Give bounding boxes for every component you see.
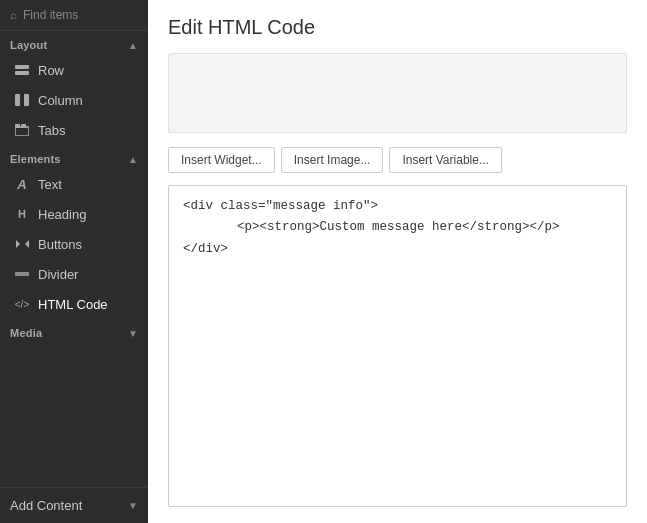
divider-icon [14, 266, 30, 282]
svg-rect-3 [24, 94, 29, 106]
sidebar-item-html-code-label: HTML Code [38, 297, 108, 312]
sidebar-item-row[interactable]: Row [0, 55, 148, 85]
svg-rect-0 [15, 65, 29, 69]
sidebar-item-text-label: Text [38, 177, 62, 192]
code-line-1: <div class="message info"> [183, 196, 612, 217]
code-editor[interactable]: <div class="message info"> <p><strong>Cu… [168, 185, 627, 507]
sidebar-item-divider-label: Divider [38, 267, 78, 282]
code-line-2: <p><strong>Custom message here</strong><… [183, 217, 612, 238]
add-content-button[interactable]: Add Content ▼ [0, 488, 148, 523]
sidebar-item-row-label: Row [38, 63, 64, 78]
sidebar-item-column[interactable]: Column [0, 85, 148, 115]
code-line-3: </div> [183, 239, 612, 260]
svg-rect-1 [15, 71, 29, 75]
sidebar-item-heading[interactable]: H Heading [0, 199, 148, 229]
search-icon: ⌕ [10, 8, 17, 22]
svg-marker-7 [16, 240, 20, 248]
svg-rect-5 [15, 124, 20, 128]
buttons-icon [14, 236, 30, 252]
sidebar-bottom: Add Content ▼ [0, 487, 148, 523]
add-content-label: Add Content [10, 498, 82, 513]
svg-rect-6 [21, 124, 26, 128]
svg-rect-4 [15, 127, 29, 136]
sidebar-item-html-code[interactable]: </> HTML Code [0, 289, 148, 319]
tabs-icon [14, 122, 30, 138]
sidebar-item-heading-label: Heading [38, 207, 86, 222]
sidebar-section-media-label: Media [10, 327, 42, 339]
toolbar-row: Insert Widget... Insert Image... Insert … [168, 147, 627, 173]
chevron-up-icon-elements: ▲ [128, 154, 138, 165]
main-content: Edit HTML Code Insert Widget... Insert I… [148, 0, 647, 523]
heading-icon: H [14, 206, 30, 222]
preview-area [168, 53, 627, 133]
insert-widget-button[interactable]: Insert Widget... [168, 147, 275, 173]
svg-rect-2 [15, 94, 20, 106]
page-title: Edit HTML Code [168, 16, 627, 39]
sidebar-section-layout-label: Layout [10, 39, 47, 51]
chevron-up-icon: ▲ [128, 40, 138, 51]
search-input[interactable] [23, 8, 138, 22]
sidebar-search-container: ⌕ [0, 0, 148, 31]
sidebar: ⌕ Layout ▲ Row Column [0, 0, 148, 523]
sidebar-section-media[interactable]: Media ▼ [0, 319, 148, 343]
chevron-down-icon-media: ▼ [128, 328, 138, 339]
sidebar-item-text[interactable]: A Text [0, 169, 148, 199]
sidebar-item-divider[interactable]: Divider [0, 259, 148, 289]
sidebar-item-buttons[interactable]: Buttons [0, 229, 148, 259]
svg-marker-8 [25, 240, 29, 248]
insert-variable-button[interactable]: Insert Variable... [389, 147, 501, 173]
html-icon: </> [14, 296, 30, 312]
row-icon [14, 62, 30, 78]
sidebar-section-elements-label: Elements [10, 153, 61, 165]
column-icon [14, 92, 30, 108]
sidebar-section-layout[interactable]: Layout ▲ [0, 31, 148, 55]
insert-image-button[interactable]: Insert Image... [281, 147, 384, 173]
sidebar-item-column-label: Column [38, 93, 83, 108]
text-icon: A [14, 176, 30, 192]
sidebar-item-tabs-label: Tabs [38, 123, 65, 138]
sidebar-item-buttons-label: Buttons [38, 237, 82, 252]
sidebar-section-elements[interactable]: Elements ▲ [0, 145, 148, 169]
chevron-down-icon-add: ▼ [128, 500, 138, 511]
sidebar-item-tabs[interactable]: Tabs [0, 115, 148, 145]
